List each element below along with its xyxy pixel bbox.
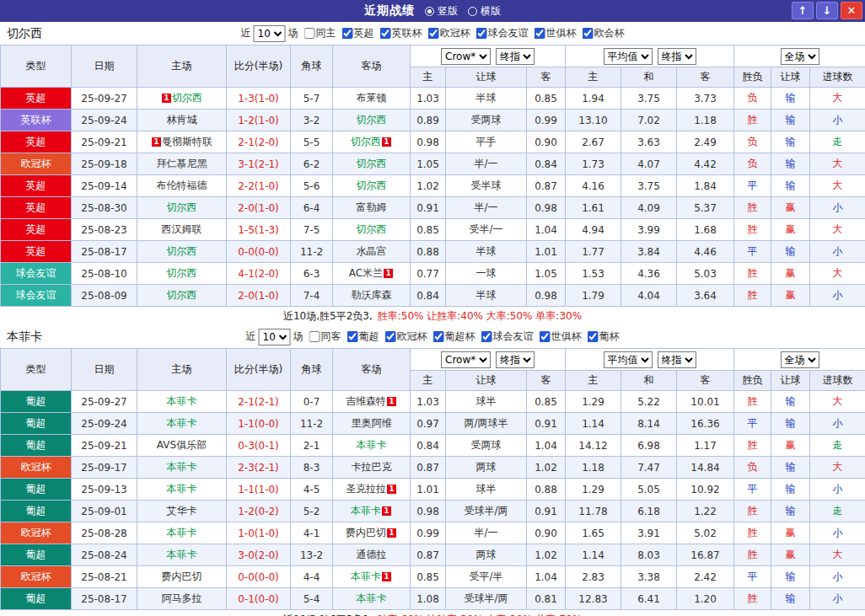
result-goals: 大: [810, 263, 865, 285]
league-filter[interactable]: 英超: [342, 26, 374, 40]
handicap-away-odds: 0.81: [527, 588, 566, 610]
league-checkbox[interactable]: [428, 28, 439, 39]
league-filter[interactable]: 球会友谊: [481, 329, 534, 344]
league-checkbox[interactable]: [588, 331, 599, 342]
checkbox-label: 同主: [316, 26, 336, 40]
same-venue-checkbox[interactable]: [304, 28, 315, 39]
same-venue-filter[interactable]: 同主: [304, 26, 336, 40]
avg-away-odds: 5.37: [677, 197, 734, 219]
move-down-button[interactable]: ↓: [816, 2, 838, 19]
avg-home-odds: 2.83: [566, 566, 621, 588]
team-name: 水晶宫: [357, 245, 387, 257]
corners: 5-4: [291, 588, 333, 610]
avg-draw-odds: 3.75: [621, 175, 677, 197]
odds-time-select[interactable]: 终指: [496, 351, 535, 368]
league-checkbox[interactable]: [385, 331, 396, 342]
league-filter[interactable]: 欧冠杯: [428, 26, 470, 40]
corners: 5-6: [291, 175, 333, 197]
avg-source-select[interactable]: 平均值: [604, 351, 653, 368]
avg-time-select[interactable]: 终指: [658, 48, 696, 65]
league-filter[interactable]: 葡超杯: [433, 329, 475, 344]
handicap-line: 球半: [446, 479, 527, 501]
league-checkbox[interactable]: [433, 331, 444, 342]
odds-source-select[interactable]: Crow*: [441, 48, 491, 65]
corners: 4-4: [291, 566, 333, 588]
league-filter[interactable]: 欧会杯: [583, 26, 625, 40]
league-checkbox[interactable]: [380, 28, 391, 39]
match-date: 25-09-24: [72, 110, 137, 131]
move-up-button[interactable]: ↑: [792, 2, 814, 19]
league-checkbox[interactable]: [342, 28, 353, 39]
match-count-select[interactable]: 10: [259, 329, 291, 345]
avg-time-select[interactable]: 终指: [658, 351, 696, 368]
team-name: 切尔西: [351, 136, 381, 147]
match-date: 25-09-21: [72, 131, 137, 153]
league-checkbox[interactable]: [476, 28, 487, 39]
team-name: 本菲卡: [357, 592, 387, 604]
scope-select[interactable]: 全场: [781, 351, 819, 368]
handicap-away-odds: 0.98: [527, 285, 566, 307]
league-filter[interactable]: 世俱杯: [535, 26, 577, 40]
league-badge: 葡超: [1, 479, 72, 501]
handicap-away-odds: 1.02: [527, 457, 566, 479]
league-checkbox[interactable]: [583, 28, 594, 39]
radio-horizontal-layout[interactable]: 横版: [468, 4, 501, 19]
away-team: 勒沃库森: [333, 285, 411, 307]
full-half-score: 1-1(0-0): [227, 413, 291, 435]
match-row: 英超25-09-271切尔西1-3(1-0)5-7布莱顿1.03半球0.851.…: [1, 88, 865, 110]
avg-draw-odds: 6.41: [621, 588, 677, 610]
match-date: 25-08-17: [72, 241, 137, 263]
home-team: 1曼彻斯特联: [137, 131, 227, 153]
titlebar-center: 近期战绩 竖版 横版: [0, 3, 865, 19]
league-checkbox[interactable]: [535, 28, 545, 39]
handicap-line: 两球: [446, 457, 527, 479]
league-checkbox[interactable]: [540, 331, 551, 342]
league-filter[interactable]: 世俱杯: [540, 329, 582, 344]
result-outcome: 胜: [734, 219, 771, 241]
home-team: 切尔西: [137, 241, 227, 263]
full-half-score: 0-0(0-0): [227, 241, 291, 263]
league-filter[interactable]: 英联杯: [380, 26, 422, 40]
league-filter[interactable]: 欧冠杯: [385, 329, 427, 344]
match-count-select[interactable]: 10: [254, 25, 286, 42]
avg-away-odds: 16.36: [677, 413, 734, 435]
league-filter[interactable]: 葡杯: [588, 329, 620, 344]
result-handicap: 赢: [771, 197, 810, 219]
team-name: 本菲卡: [351, 505, 381, 517]
handicap-line: 两球: [446, 544, 527, 566]
odds-time-select[interactable]: 终指: [496, 48, 535, 65]
avg-away-odds: 1.17: [677, 435, 734, 457]
corners: 4-1: [291, 522, 333, 544]
avg-away-odds: 14.84: [677, 457, 734, 479]
match-date: 25-08-09: [72, 285, 137, 307]
scope-select[interactable]: 全场: [781, 48, 819, 65]
match-row: 葡超25-08-24本菲卡3-0(2-0)13-2通德拉0.87两球1.021.…: [1, 544, 865, 566]
team-name: 切尔西: [172, 92, 202, 104]
team-name: 切尔西: [357, 179, 387, 191]
radio-vertical-layout[interactable]: 竖版: [425, 4, 458, 19]
avg-source-select[interactable]: 平均值: [604, 48, 653, 65]
full-half-score: 1-5(1-3): [227, 219, 291, 241]
same-venue-filter[interactable]: 同客: [309, 329, 341, 344]
league-checkbox[interactable]: [347, 331, 358, 342]
full-half-score: 0-0(0-0): [227, 566, 291, 588]
team-name: 吉维森特: [346, 395, 386, 407]
close-button[interactable]: ✕: [841, 2, 862, 19]
avg-away-odds: 4.42: [677, 153, 734, 175]
league-filter[interactable]: 球会友谊: [476, 26, 529, 40]
handicap-away-odds: 0.85: [527, 391, 566, 413]
home-team: 1切尔西: [137, 88, 227, 110]
corners: 7-5: [291, 219, 333, 241]
chelsea-section: 切尔西 近 10 场 同主 英超 英联杯 欧冠杯 球会友谊 世俱杯 欧会杯 类型…: [0, 22, 865, 325]
average-odds-group: 平均值终指: [566, 349, 734, 371]
match-row: 英超25-08-30切尔西2-0(1-0)6-4富勒姆0.91半/一0.981.…: [1, 197, 865, 219]
same-venue-checkbox[interactable]: [309, 331, 320, 342]
odds-source-select[interactable]: Crow*: [441, 351, 491, 368]
col-header-date: 日期: [72, 349, 137, 391]
league-checkbox[interactable]: [481, 331, 492, 342]
league-filter[interactable]: 葡超: [347, 329, 379, 344]
match-date: 25-08-17: [72, 588, 137, 610]
league-badge: 葡超: [1, 391, 72, 413]
avg-away-odds: 1.68: [677, 219, 734, 241]
avg-draw-odds: 4.04: [621, 285, 677, 307]
